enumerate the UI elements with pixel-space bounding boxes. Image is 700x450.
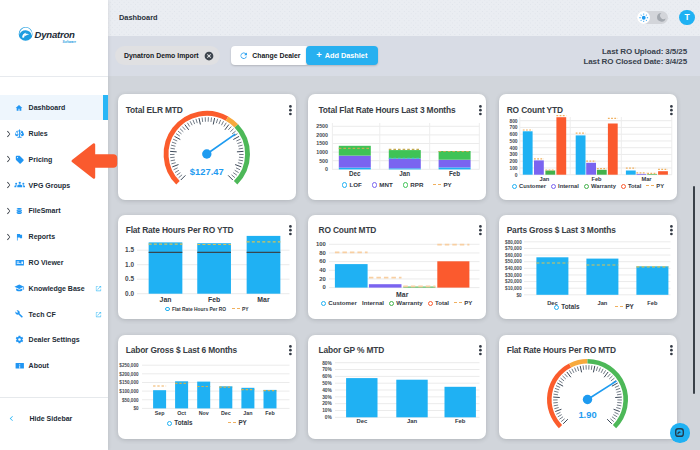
svg-text:Software: Software [63,40,77,44]
svg-text:Dec: Dec [221,410,231,416]
svg-text:80%: 80% [322,360,332,365]
svg-text:400: 400 [509,146,517,151]
svg-text:500: 500 [319,158,328,164]
svg-text:1000: 1000 [316,149,328,155]
svg-text:1.0: 1.0 [125,260,134,267]
svg-text:30%: 30% [322,394,332,399]
svg-text:Jan: Jan [160,295,172,302]
svg-text:Nov: Nov [199,410,209,416]
svg-text:40: 40 [319,267,326,273]
svg-text:$200,000: $200,000 [119,371,139,376]
svg-text:$80,000: $80,000 [505,239,522,244]
svg-text:Feb: Feb [591,176,602,182]
svg-text:$100,000: $100,000 [119,388,139,393]
svg-text:20%: 20% [322,401,332,406]
svg-text:$70,000: $70,000 [505,246,522,251]
svg-text:0.5: 0.5 [125,275,134,282]
svg-text:0: 0 [325,166,328,172]
svg-text:$40,000: $40,000 [505,266,522,271]
svg-text:50%: 50% [322,380,332,385]
svg-text:0: 0 [322,284,326,290]
svg-text:700: 700 [509,125,517,130]
svg-text:1500: 1500 [316,140,328,146]
svg-text:Feb: Feb [454,418,465,424]
svg-text:70%: 70% [322,367,332,372]
svg-text:Feb: Feb [448,170,459,177]
svg-text:Feb: Feb [208,295,220,302]
svg-text:$60,000: $60,000 [505,252,522,257]
svg-text:60: 60 [319,258,326,264]
svg-text:$10,000: $10,000 [505,286,522,291]
svg-text:$127.47: $127.47 [190,166,224,177]
svg-text:1.90: 1.90 [578,409,596,420]
svg-text:100: 100 [509,166,517,171]
svg-text:$50,000: $50,000 [122,397,139,402]
svg-text:Mar: Mar [257,295,270,302]
svg-text:$30,000: $30,000 [505,272,522,277]
svg-text:20: 20 [319,275,326,281]
svg-text:2000: 2000 [316,132,328,138]
svg-text:10%: 10% [322,408,332,413]
svg-text:0%: 0% [324,415,332,420]
svg-text:Sep: Sep [155,410,165,416]
svg-text:0.0: 0.0 [125,289,134,296]
svg-text:$50,000: $50,000 [505,259,522,264]
svg-text:Dec: Dec [356,418,368,424]
svg-text:60%: 60% [322,374,332,379]
svg-text:Jan: Jan [406,418,417,424]
svg-text:Mar: Mar [641,176,652,182]
svg-text:Mar: Mar [396,290,409,297]
svg-text:1.5: 1.5 [125,246,134,253]
svg-text:Oct: Oct [177,410,186,416]
svg-text:$250,000: $250,000 [119,363,139,368]
svg-text:300: 300 [509,152,517,157]
svg-text:$20,000: $20,000 [505,279,522,284]
svg-text:$150,000: $150,000 [119,380,139,385]
svg-text:0: 0 [515,173,518,178]
svg-text:800: 800 [509,119,517,124]
svg-text:Dynatron: Dynatron [35,29,75,40]
svg-text:Jan: Jan [399,170,410,177]
svg-text:Jan: Jan [539,176,549,182]
svg-text:Feb: Feb [265,410,275,416]
svg-text:Jan: Jan [243,410,252,416]
svg-text:Dec: Dec [349,170,361,177]
svg-text:$0: $0 [133,406,139,411]
svg-text:2500: 2500 [316,123,328,129]
svg-text:$0: $0 [517,292,523,297]
svg-text:200: 200 [509,159,517,164]
svg-text:600: 600 [509,132,517,137]
svg-text:100: 100 [315,241,326,247]
svg-text:80: 80 [319,249,326,255]
svg-text:500: 500 [509,139,517,144]
svg-text:40%: 40% [322,387,332,392]
